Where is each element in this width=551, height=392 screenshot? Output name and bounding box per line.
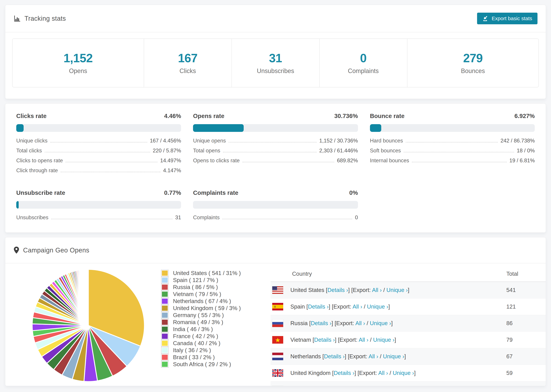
column-header-country: Country [270, 271, 506, 277]
country-links: United Kingdom [Details ›] [Export: All … [290, 370, 416, 376]
country-total: 86 [506, 320, 546, 327]
legend-item: Vietnam ( 79 / 5% ) [161, 291, 260, 298]
nl-flag-icon [272, 353, 283, 360]
country-name: United Kingdom [290, 370, 332, 376]
country-name: Russia [290, 320, 309, 326]
rate-panel-clicks-rate: Clicks rate4.46%Unique clicks167 / 4.456… [16, 112, 181, 177]
legend-label: Netherlands ( 67 / 4% ) [173, 298, 231, 304]
rate-progress-bar [193, 201, 358, 209]
geo-table-row-es: Spain [Details ›] [Export: All › / Uniqu… [270, 298, 546, 315]
export-all-link[interactable]: All › [369, 353, 378, 359]
legend-swatch [161, 298, 169, 305]
details-link[interactable]: Details › [327, 287, 348, 293]
rates-row-1: Clicks rate4.46%Unique clicks167 / 4.456… [16, 112, 535, 177]
legend-swatch [161, 361, 169, 368]
rate-title: Complaints rate [193, 189, 238, 196]
legend-item: Brazil ( 33 / 2% ) [161, 354, 260, 361]
export-all-link[interactable]: All › [355, 320, 365, 326]
country-total: 121 [506, 303, 546, 310]
rate-progress-bar [16, 124, 181, 132]
details-link[interactable]: Details › [314, 336, 335, 343]
geo-table: Country Total United States [Details ›] … [270, 266, 546, 386]
export-all-link[interactable]: All › [359, 336, 368, 343]
rate-progress-bar [16, 201, 181, 209]
geo-title: Campaign Geo Opens [23, 247, 89, 254]
rate-title: Bounce rate [370, 112, 404, 119]
rate-row: Unique opens1,152 / 30.736% [193, 138, 358, 147]
legend-swatch [161, 312, 169, 319]
geo-table-row-ru: Russia [Details ›] [Export: All › / Uniq… [270, 315, 546, 332]
country-links: Netherlands [Details ›] [Export: All › /… [290, 353, 406, 360]
export-unique-link[interactable]: Unique › [393, 370, 414, 376]
legend-swatch [161, 340, 169, 347]
geo-legend: United States ( 541 / 31% )Spain ( 121 /… [146, 270, 260, 368]
legend-item: Spain ( 121 / 7% ) [161, 277, 260, 284]
export-unique-link[interactable]: Unique › [370, 320, 391, 326]
stat-label: Complaints [348, 67, 379, 75]
legend-item: France ( 42 / 2% ) [161, 333, 260, 340]
legend-label: Vietnam ( 79 / 5% ) [173, 291, 221, 297]
legend-swatch [161, 319, 169, 326]
export-unique-link[interactable]: Unique › [367, 303, 389, 310]
export-all-link[interactable]: All › [353, 303, 362, 310]
export-all-link[interactable]: All › [378, 370, 388, 376]
rate-row: Opens to clicks rate689.82% [193, 158, 358, 168]
rate-panel-bounce-rate: Bounce rate6.927%Hard bounces242 / 86.73… [370, 112, 535, 177]
rate-value: 0.77% [164, 189, 181, 196]
legend-item: Russia ( 86 / 5% ) [161, 284, 260, 291]
country-total: 79 [506, 336, 546, 343]
geo-content: United States ( 541 / 31% )Spain ( 121 /… [5, 263, 546, 386]
rate-row: Internal bounces19 / 6.81% [370, 158, 535, 168]
rate-title: Opens rate [193, 112, 224, 119]
gb-flag-icon [272, 369, 283, 377]
export-all-link[interactable]: All › [372, 287, 382, 293]
rate-value: 30.736% [334, 112, 358, 119]
rate-row: Click through rate4.147% [16, 168, 181, 177]
stat-card-bounces: 279Bounces [407, 39, 539, 87]
rate-panel-complaints-rate: Complaints rate0%Complaints0 [193, 189, 358, 224]
stat-value: 1,152 [64, 51, 92, 65]
legend-label: Romania ( 49 / 3% ) [173, 319, 223, 325]
legend-item: India ( 46 / 3% ) [161, 326, 260, 333]
details-link[interactable]: Details › [334, 370, 354, 376]
stat-value: 31 [269, 51, 282, 65]
geo-table-row-de: Germany [Details ›] [Export: All › / Uni… [270, 381, 546, 386]
rates-card: Clicks rate4.46%Unique clicks167 / 4.456… [5, 104, 546, 233]
country-links: Russia [Details ›] [Export: All › / Uniq… [290, 320, 393, 327]
legend-label: Canada ( 40 / 2% ) [173, 340, 220, 347]
legend-label: Brazil ( 33 / 2% ) [173, 354, 215, 361]
country-total: 67 [506, 353, 546, 360]
rate-value: 0% [349, 189, 358, 196]
export-unique-link[interactable]: Unique › [383, 353, 404, 359]
export-unique-link[interactable]: Unique › [373, 336, 395, 343]
legend-swatch [161, 270, 169, 277]
stat-card-clicks: 167Clicks [144, 39, 232, 87]
details-link[interactable]: Details › [311, 320, 332, 326]
export-unique-link[interactable]: Unique › [386, 287, 408, 293]
stat-label: Bounces [461, 67, 485, 75]
legend-label: Italy ( 36 / 2% ) [173, 347, 211, 354]
legend-label: Germany ( 55 / 3% ) [173, 312, 224, 318]
column-header-total: Total [506, 271, 546, 277]
geo-table-row-gb: United Kingdom [Details ›] [Export: All … [270, 365, 546, 381]
stat-value: 279 [463, 51, 483, 65]
us-flag-icon [272, 286, 283, 294]
stat-label: Unsubscribes [257, 67, 294, 75]
geo-table-row-nl: Netherlands [Details ›] [Export: All › /… [270, 348, 546, 365]
tracking-stats-card: Tracking stats Export basic stats 1,152O… [5, 5, 546, 99]
export-basic-stats-button[interactable]: Export basic stats [477, 13, 537, 24]
legend-label: Spain ( 121 / 7% ) [173, 277, 218, 283]
legend-item: United States ( 541 / 31% ) [161, 270, 260, 277]
es-flag-icon [272, 303, 283, 310]
stat-value: 0 [360, 51, 367, 65]
stat-card-unsubscribes: 31Unsubscribes [232, 39, 320, 87]
legend-label: United Kingdom ( 59 / 3% ) [173, 305, 241, 311]
details-link[interactable]: Details › [308, 303, 329, 310]
country-name: Netherlands [290, 353, 322, 359]
rate-row: Hard bounces242 / 86.738% [370, 138, 535, 147]
export-icon [482, 15, 489, 22]
campaign-geo-opens-card: Campaign Geo Opens United States ( 541 /… [5, 237, 546, 386]
de-flag-icon [272, 386, 283, 386]
legend-swatch [161, 284, 169, 291]
details-link[interactable]: Details › [324, 353, 345, 359]
